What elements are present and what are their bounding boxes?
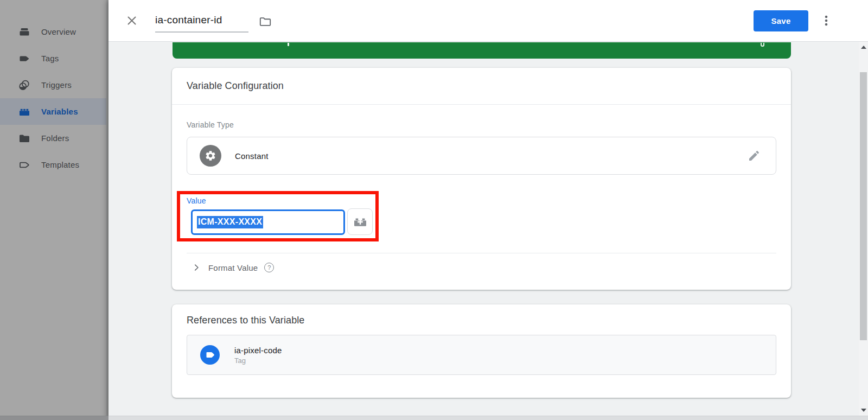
variable-name-value: ia-container-id — [155, 14, 222, 26]
banner-text-fragment — [288, 43, 289, 46]
more-options-icon[interactable] — [819, 14, 833, 28]
success-toast-banner — [173, 42, 791, 59]
reference-text: ia-pixel-code Tag — [234, 346, 282, 365]
insert-variable-brick-icon — [353, 215, 367, 228]
divider — [187, 253, 776, 253]
vertical-scrollbar[interactable] — [859, 42, 868, 416]
scrollbar-down-arrow[interactable] — [859, 406, 868, 415]
value-input[interactable]: ICM-XXX-XXXX — [191, 209, 345, 235]
reference-row[interactable]: ia-pixel-code Tag — [187, 335, 776, 375]
variable-name-field[interactable]: ia-container-id — [155, 11, 248, 33]
references-card: References to this Variable ia-pixel-cod… — [172, 304, 791, 398]
move-to-folder-icon[interactable] — [258, 15, 272, 29]
modal-dim-overlay — [0, 0, 108, 420]
variable-type-label: Variable Type — [187, 120, 234, 129]
close-icon[interactable] — [125, 14, 139, 28]
value-field-label: Value — [187, 196, 206, 205]
scrollbar-thumb[interactable] — [860, 72, 867, 340]
card-title: References to this Variable — [187, 315, 304, 326]
variable-editor-dialog: ia-container-id Save Variable Configurat… — [108, 0, 868, 420]
tag-type-icon — [200, 345, 220, 365]
card-title: Variable Configuration — [187, 80, 284, 92]
value-input-selected-text: ICM-XXX-XXXX — [197, 216, 263, 228]
dialog-body: Variable Configuration Variable Type Con… — [108, 42, 868, 420]
format-value-label: Format Value — [208, 263, 258, 272]
variable-type-box: Constant — [187, 137, 776, 175]
constant-type-badge — [200, 145, 221, 167]
insert-variable-button[interactable] — [347, 208, 373, 235]
variable-configuration-card: Variable Configuration Variable Type Con… — [172, 68, 791, 290]
scrollbar-up-arrow[interactable] — [859, 43, 868, 52]
gtm-variable-editor-screen: Overview Tags Triggers Variables Folders — [0, 0, 868, 420]
window-bottom-edge — [0, 416, 868, 420]
reference-name: ia-pixel-code — [234, 346, 282, 355]
save-button[interactable]: Save — [754, 10, 808, 31]
dialog-header: ia-container-id Save — [108, 0, 868, 42]
edit-pencil-icon[interactable] — [748, 149, 761, 162]
variable-type-value: Constant — [235, 151, 269, 161]
chevron-right-icon — [192, 263, 201, 272]
divider — [172, 104, 791, 105]
format-value-toggle[interactable]: Format Value ? — [187, 260, 274, 275]
help-icon[interactable]: ? — [264, 263, 274, 272]
banner-text-fragment — [761, 43, 764, 47]
reference-type: Tag — [234, 357, 282, 365]
